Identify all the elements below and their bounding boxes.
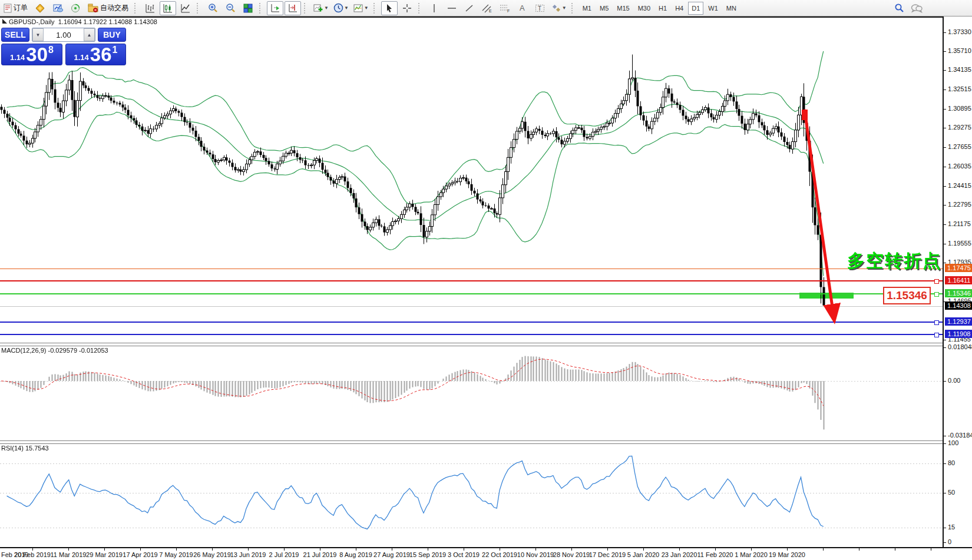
price-axis-tick <box>944 109 946 110</box>
price-axis-tick <box>944 340 946 340</box>
macd-axis-tick <box>944 347 946 348</box>
rsi-axis-tick <box>944 542 946 543</box>
rsi-axis-label: 0 <box>948 538 951 545</box>
price-axis-tick <box>944 32 946 33</box>
price-axis-tick <box>944 224 946 225</box>
sell-price-big: 30 <box>26 46 48 64</box>
trend-arrow[interactable] <box>0 0 943 560</box>
price-axis-tick <box>944 244 946 244</box>
mt4-window: 订单 自动交易 <box>0 0 972 560</box>
price-axis-label: 1.37330 <box>948 28 971 35</box>
price-callout-label[interactable]: 1.15346 <box>883 287 931 304</box>
price-axis-label: 1.22795 <box>948 201 971 208</box>
price-tag-1.16411: 1.16411 <box>945 276 972 284</box>
price-axis-tick <box>944 128 946 128</box>
macd-axis-label: 0.00 <box>948 377 960 384</box>
price-axis-label: 1.32515 <box>948 85 971 92</box>
price-axis-tick <box>944 263 946 263</box>
price-tag-1.14308: 1.14308 <box>945 301 972 310</box>
buy-price-sup: 1 <box>113 45 118 55</box>
price-axis-label: 1.29275 <box>948 124 971 131</box>
rsi-axis-label: 80 <box>948 459 955 466</box>
volume-increase-button[interactable]: ▲ <box>84 28 95 41</box>
price-axis-label: 1.21175 <box>948 220 971 227</box>
price-axis[interactable]: 1.373301.357101.341351.325151.308951.292… <box>944 16 972 547</box>
price-axis-tick <box>944 205 946 206</box>
volume-decrease-button[interactable]: ▼ <box>32 28 44 41</box>
sell-price-small: 1.14 <box>10 53 25 62</box>
price-axis-label: 1.19555 <box>948 240 971 247</box>
price-axis-tick <box>944 70 946 71</box>
macd-axis-label: -0.031847 <box>948 432 972 439</box>
price-axis-tick <box>944 186 946 187</box>
buy-button[interactable]: BUY <box>98 28 126 42</box>
sell-price-display[interactable]: 1.14 30 8 <box>1 44 62 65</box>
price-tag-1.12937: 1.12937 <box>945 317 972 326</box>
volume-stepper: ▼ 1.00 ▲ <box>32 28 95 42</box>
price-axis-label: 1.34135 <box>948 66 971 73</box>
oneclick-trade-panel: SELL ▼ 1.00 ▲ BUY 1.14 30 8 1.14 36 1 <box>1 28 126 65</box>
price-axis-label: 1.26035 <box>948 163 971 170</box>
price-axis-label: 1.30895 <box>948 105 971 112</box>
buy-price-big: 36 <box>90 46 112 64</box>
rsi-axis-tick <box>944 443 946 444</box>
volume-value[interactable]: 1.00 <box>44 28 84 41</box>
price-axis-label: 1.24415 <box>948 182 971 189</box>
sell-button[interactable]: SELL <box>1 28 29 42</box>
macd-axis-label: 0.018048 <box>948 343 972 350</box>
price-axis-tick <box>944 147 946 148</box>
rsi-axis-label: 100 <box>948 439 958 446</box>
price-axis-tick <box>944 167 946 167</box>
rsi-axis-label: 15 <box>948 523 955 531</box>
rsi-axis-tick <box>944 528 946 528</box>
price-axis-tick <box>944 90 946 90</box>
rsi-axis-label: 50 <box>948 489 955 496</box>
price-axis-tick <box>944 51 946 52</box>
price-tag-1.15346: 1.15346 <box>945 289 972 297</box>
macd-axis-tick <box>944 436 946 436</box>
buy-price-display[interactable]: 1.14 36 1 <box>65 44 126 65</box>
macd-axis-tick <box>944 381 946 382</box>
rsi-axis-tick <box>944 493 946 493</box>
price-tag-1.11908: 1.11908 <box>945 330 972 338</box>
price-axis-label: 1.27655 <box>948 143 971 150</box>
rsi-axis-tick <box>944 463 946 464</box>
buy-price-small: 1.14 <box>74 53 89 62</box>
price-axis-label: 1.35710 <box>948 47 971 54</box>
price-tag-1.17475: 1.17475 <box>945 264 972 272</box>
sell-price-sup: 8 <box>48 45 54 55</box>
